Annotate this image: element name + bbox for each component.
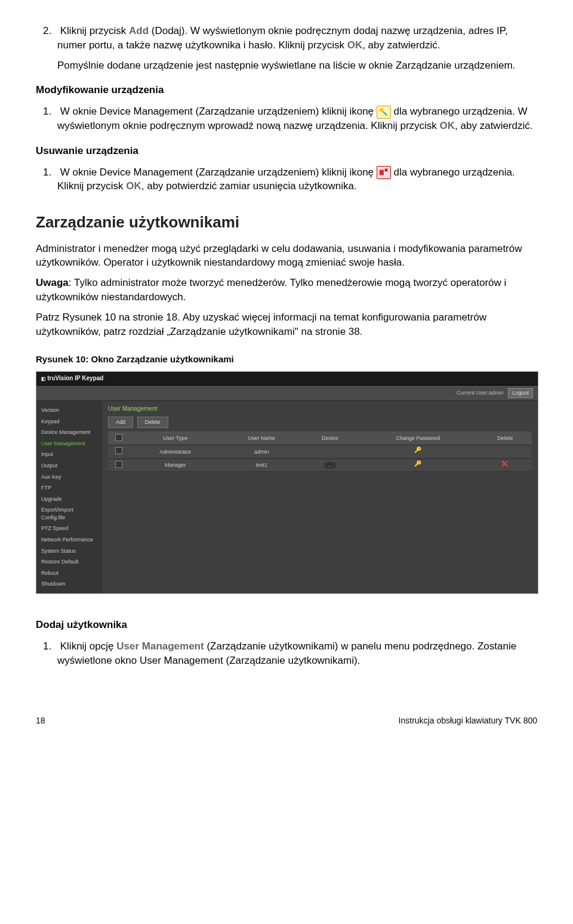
cell-device (302, 445, 358, 459)
sidebar-item-auxkey[interactable]: Aux Key (36, 472, 102, 483)
sidebar-item-shutdown[interactable]: Shutdown (36, 578, 102, 590)
usermgmt-label: User Management (116, 640, 204, 652)
sidebar-item-export[interactable]: Export/Import Config.file (36, 504, 102, 523)
svg-rect-1 (380, 170, 384, 175)
heading-modify: Modyfikowanie urządzenia (36, 83, 537, 97)
row-checkbox[interactable] (115, 461, 122, 468)
step2-para2: Pomyślnie dodane urządzenie jest następn… (57, 58, 537, 73)
delete-user-icon[interactable] (501, 461, 509, 468)
col-changepw: Change Password (358, 432, 478, 445)
add-button[interactable]: Add (108, 417, 133, 428)
table-row: Manager test1 … (108, 458, 532, 472)
app-titlebar: ◧ truVision IP Keypad (36, 372, 538, 386)
col-usertype: User Type (130, 432, 221, 445)
change-password-icon[interactable] (414, 447, 421, 454)
ok-label: OK (347, 39, 363, 51)
list-item-modify: 1. W oknie Device Management (Zarządzani… (57, 104, 537, 133)
page-number: 18 (36, 715, 45, 727)
figure-caption: Rysunek 10: Okno Zarządzanie użytkownika… (36, 353, 537, 365)
main-panel: User Management Add Delete User Type Use… (102, 401, 538, 593)
sidebar-item-devicemgmt[interactable]: Device Management (36, 427, 102, 438)
cell-usertype: Manager (130, 458, 221, 472)
sidebar: Version Keypad Device Management User Ma… (36, 401, 102, 593)
cell-usertype: Administrator (130, 445, 221, 459)
add-label: Add (129, 25, 149, 36)
cell-username: admin (221, 445, 302, 459)
section-title: User Management (108, 405, 532, 413)
ok-label: OK (126, 180, 141, 192)
sidebar-item-ftp[interactable]: FTP (36, 482, 102, 494)
users-table: User Type User Name Device Change Passwo… (108, 432, 532, 473)
cell-device[interactable]: … (302, 458, 358, 472)
current-user-label: Current User:admin (457, 389, 504, 397)
edit-icon (377, 106, 391, 119)
ok-label: OK (440, 120, 455, 131)
sidebar-item-usermgmt[interactable]: User Management (36, 438, 102, 449)
step2-text-a: Kliknij przycisk (60, 25, 129, 36)
heading-users: Zarządzanie użytkownikami (36, 211, 537, 233)
col-username: User Name (221, 432, 302, 445)
list-item-step2: 2. Kliknij przycisk Add (Dodaj). W wyświ… (57, 24, 537, 72)
svg-point-0 (380, 107, 384, 112)
sidebar-item-output[interactable]: Output (36, 460, 102, 472)
table-header-row: User Type User Name Device Change Passwo… (108, 432, 532, 445)
page-footer: 18 Instrukcja obsługi klawiatury TVK 800 (36, 715, 537, 727)
list-number: 1. (43, 639, 57, 654)
app-logo: ◧ truVision IP Keypad (41, 374, 103, 383)
col-device: Device (302, 432, 358, 445)
list-number: 1. (43, 165, 57, 180)
users-p1: Administrator i menedżer mogą użyć przeg… (36, 242, 537, 270)
app-screenshot: ◧ truVision IP Keypad Current User:admin… (36, 371, 538, 594)
heading-delete: Usuwanie urządzenia (36, 144, 537, 158)
adduser-text-a: Kliknij opcję (60, 640, 117, 652)
logout-button[interactable]: Logout (508, 388, 533, 398)
change-password-icon[interactable] (414, 461, 421, 468)
doc-title: Instrukcja obsługi klawiatury TVK 800 (399, 715, 537, 727)
sidebar-item-sysstatus[interactable]: System Status (36, 546, 102, 557)
note-label: Uwaga (36, 277, 69, 288)
sidebar-item-reboot[interactable]: Reboot (36, 568, 102, 579)
heading-adduser: Dodaj użytkownika (36, 618, 537, 632)
app-header: Current User:admin Logout (36, 386, 538, 401)
users-p2-rest: : Tylko administrator może tworzyć mened… (36, 277, 506, 303)
sidebar-item-version[interactable]: Version (36, 405, 102, 416)
select-all-checkbox[interactable] (115, 434, 122, 441)
list-number: 2. (43, 24, 57, 38)
delete-icon (377, 166, 391, 179)
row-checkbox[interactable] (115, 447, 122, 454)
step2-text-c: , aby zatwierdzić. (362, 39, 440, 51)
col-delete: Delete (478, 432, 532, 445)
sidebar-item-keypad[interactable]: Keypad (36, 416, 102, 427)
sidebar-item-netperf[interactable]: Network Performance (36, 534, 102, 546)
list-item-adduser: 1. Kliknij opcję User Management (Zarząd… (57, 639, 537, 668)
sidebar-item-restore[interactable]: Restore Default (36, 556, 102, 568)
sidebar-item-ptz[interactable]: PTZ Speed (36, 523, 102, 534)
delete-button[interactable]: Delete (137, 417, 168, 428)
list-item-delete: 1. W oknie Device Management (Zarządzani… (57, 165, 537, 194)
del-text-c: , aby potwierdzić zamiar usunięcia użytk… (141, 180, 357, 192)
list-number: 1. (43, 104, 57, 119)
mod-text-c: , aby zatwierdzić. (455, 120, 532, 131)
mod-text-a: W oknie Device Management (Zarządzanie u… (60, 106, 377, 117)
sidebar-item-upgrade[interactable]: Upgrade (36, 494, 102, 505)
users-p3: Patrz Rysunek 10 na stronie 18. Aby uzys… (36, 310, 537, 339)
users-p2: Uwaga: Tylko administrator może tworzyć … (36, 276, 537, 304)
del-text-a: W oknie Device Management (Zarządzanie u… (60, 167, 377, 178)
table-row: Administrator admin (108, 445, 532, 459)
cell-username: test1 (221, 458, 302, 472)
sidebar-item-input[interactable]: Input (36, 449, 102, 460)
app-logo-text: truVision IP Keypad (47, 375, 103, 381)
